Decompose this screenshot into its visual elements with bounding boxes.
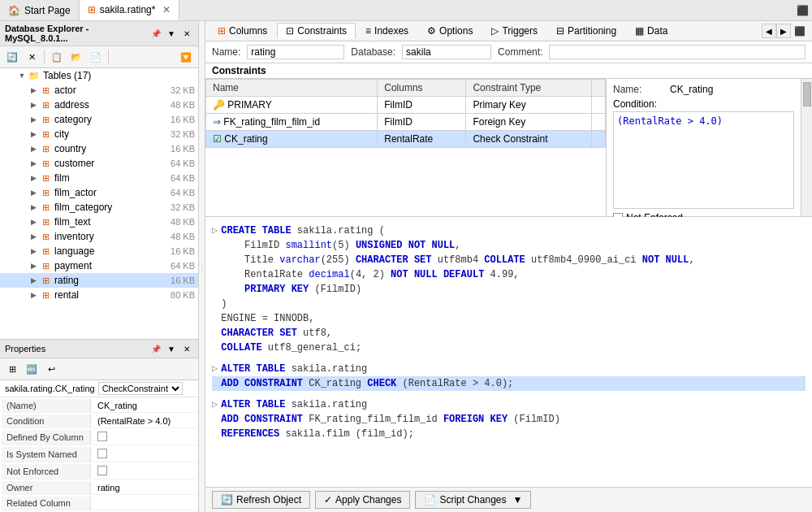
tab-start-page[interactable]: 🏠 Start Page <box>0 0 80 20</box>
close-panel-icon[interactable]: ✕ <box>180 27 193 40</box>
tree-item-rental[interactable]: ▶ ⊞ rental 80 KB <box>0 288 198 302</box>
database-input[interactable] <box>402 45 491 59</box>
tab-data[interactable]: ▦ Data <box>626 23 676 39</box>
tree-item-inventory[interactable]: ▶ ⊞ inventory 48 KB <box>0 229 198 244</box>
nav-right-icon[interactable]: ▶ <box>776 24 791 38</box>
constraint-row-primary[interactable]: 🔑 PRIMARY FilmID Primary Key <box>206 97 606 114</box>
sql-block-alter-ck: ▷ ALTER TABLE sakila.rating ▷ ADD CONSTR… <box>212 362 806 391</box>
sql-area: ▷ CREATE TABLE sakila.rating ( ▷ FilmID … <box>205 217 812 487</box>
tree-item-payment[interactable]: ▶ ⊞ payment 64 KB <box>0 258 198 273</box>
tree-item-film[interactable]: ▶ ⊞ film 64 KB <box>0 171 198 185</box>
detail-name-row: Name: CK_rating <box>613 84 794 95</box>
partitioning-tab-icon: ⊟ <box>556 25 564 37</box>
prop-row-defined-by-column: Defined By Column <box>2 430 197 445</box>
name-bar: Name: Database: Comment: <box>205 41 812 63</box>
tab-bar: 🏠 Start Page ⊞ sakila.rating* ✕ ⬛ <box>0 0 812 21</box>
script-changes-button[interactable]: 📄 Script Changes ▼ <box>415 491 531 509</box>
sql-line: ▷ ) <box>212 297 806 311</box>
props-close-icon[interactable]: ✕ <box>180 342 193 355</box>
tree-item-language[interactable]: ▶ ⊞ language 16 KB <box>0 244 198 258</box>
sql-line: ▷ Title varchar(255) CHARACTER SET utf8m… <box>212 253 806 267</box>
tree-item-city[interactable]: ▶ ⊞ city 32 KB <box>0 127 198 141</box>
constraints-table: Name Columns Constraint Type 🔑 PRIMARY <box>205 79 606 148</box>
system-named-checkbox[interactable] <box>97 449 107 458</box>
prop-row-system-named: Is System Named <box>2 447 197 462</box>
refresh-object-button[interactable]: 🔄 Refresh Object <box>212 491 310 509</box>
tab-constraints[interactable]: ⊡ Constraints <box>277 23 356 39</box>
tab-columns[interactable]: ⊞ Columns <box>209 23 276 39</box>
maximize-icon[interactable]: ⬛ <box>797 5 809 16</box>
prop-sort-icon[interactable]: 🔤 <box>23 360 41 378</box>
constraints-scrollbar[interactable] <box>801 79 812 216</box>
database-label: Database: <box>351 46 395 58</box>
pin-icon[interactable]: 📌 <box>149 27 162 40</box>
script-btn[interactable]: 📄 <box>87 48 105 66</box>
filter-btn[interactable]: 🔽 <box>177 48 195 66</box>
props-menu-icon[interactable]: ▼ <box>165 342 178 355</box>
prop-row-owner: Owner rating <box>2 481 197 495</box>
tab-rating[interactable]: ⊞ sakila.rating* ✕ <box>80 0 180 20</box>
tree-item-country[interactable]: ▶ ⊞ country 16 KB <box>0 141 198 156</box>
sql-line: ▷ CREATE TABLE sakila.rating ( <box>212 223 806 238</box>
defined-by-column-checkbox[interactable] <box>97 432 107 441</box>
name-label: Name: <box>212 46 240 58</box>
tree-item-rating[interactable]: ▶ ⊞ rating 16 KB <box>0 273 198 288</box>
indexes-tab-icon: ≡ <box>365 25 371 37</box>
properties-title: Properties <box>5 344 45 354</box>
sql-line: ▷ ALTER TABLE sakila.rating <box>212 397 806 412</box>
open-btn[interactable]: 📂 <box>67 48 85 66</box>
properties-btn[interactable]: 📋 <box>48 48 66 66</box>
close-icon[interactable]: ✕ <box>162 4 171 15</box>
tree-item-category[interactable]: ▶ ⊞ category 16 KB <box>0 112 198 127</box>
not-enforced-checkbox[interactable] <box>97 466 107 475</box>
apply-changes-button[interactable]: ✓ Apply Changes <box>315 491 410 509</box>
properties-toolbar: ⊞ 🔤 ↩ <box>0 358 198 380</box>
constraints-section-label: Constraints <box>205 63 812 79</box>
sql-block-create: ▷ CREATE TABLE sakila.rating ( ▷ FilmID … <box>212 223 806 355</box>
table-icon: ⊞ <box>88 4 96 15</box>
prop-row-condition: Condition (RentalRate > 4.0) <box>2 414 197 428</box>
panel-divider[interactable]: ⋮ <box>199 21 205 512</box>
constraints-area: Name Columns Constraint Type 🔑 PRIMARY <box>205 79 812 217</box>
tree-item-film-text[interactable]: ▶ ⊞ film_text 48 KB <box>0 215 198 229</box>
triggers-tab-icon: ▷ <box>491 25 499 37</box>
window-controls: ⬛ <box>793 5 812 16</box>
tab-indexes[interactable]: ≡ Indexes <box>356 23 417 39</box>
object-tabs-toolbar: ⊞ Columns ⊡ Constraints ≡ Indexes ⚙ Opti… <box>205 21 812 41</box>
tree-tables-group[interactable]: ▼ 📁 Tables (17) <box>0 68 198 83</box>
prop-help-icon[interactable]: ↩ <box>42 360 60 378</box>
detail-condition-label: Condition: <box>613 98 794 110</box>
col-header-columns: Columns <box>378 80 466 97</box>
start-page-icon: 🏠 <box>8 5 20 16</box>
constraints-table-wrap: Name Columns Constraint Type 🔑 PRIMARY <box>205 79 606 216</box>
col-header-name: Name <box>206 80 378 97</box>
tree-item-film-category[interactable]: ▶ ⊞ film_category 32 KB <box>0 200 198 215</box>
prop-grid-icon[interactable]: ⊞ <box>3 360 21 378</box>
menu-icon[interactable]: ▼ <box>165 27 178 40</box>
disconnect-btn[interactable]: ✕ <box>23 48 41 66</box>
refresh-btn[interactable]: 🔄 <box>3 48 21 66</box>
col-extend <box>592 80 606 97</box>
script-dropdown-icon[interactable]: ▼ <box>512 494 522 505</box>
properties-type-select[interactable]: CheckConstraint <box>98 382 183 395</box>
tab-triggers[interactable]: ▷ Triggers <box>482 23 546 39</box>
constraint-row-check[interactable]: ☑ CK_rating RentalRate Check Constraint <box>206 131 606 148</box>
db-explorer-title: Database Explorer - MySQL_8.0.1... <box>5 24 149 43</box>
nav-left-icon[interactable]: ◀ <box>762 24 776 38</box>
tree-item-customer[interactable]: ▶ ⊞ customer 64 KB <box>0 156 198 171</box>
comment-label: Comment: <box>498 46 542 58</box>
sql-line: ▷ COLLATE utf8_general_ci; <box>212 341 806 355</box>
comment-input[interactable] <box>549 45 806 59</box>
props-pin-icon[interactable]: 📌 <box>149 342 162 355</box>
tab-options[interactable]: ⚙ Options <box>418 23 482 39</box>
tree-item-actor[interactable]: ▶ ⊞ actor 32 KB <box>0 83 198 98</box>
block-marker-2: ▷ <box>212 362 218 376</box>
name-input[interactable] <box>247 45 344 59</box>
constraint-row-fk[interactable]: ⇒ FK_rating_film_film_id FilmID Foreign … <box>206 114 606 131</box>
tree-item-address[interactable]: ▶ ⊞ address 48 KB <box>0 98 198 112</box>
sql-line-highlight: ▷ ADD CONSTRAINT CK_rating CHECK (Rental… <box>212 376 806 391</box>
tab-partitioning[interactable]: ⊟ Partitioning <box>547 23 625 39</box>
db-explorer-header: Database Explorer - MySQL_8.0.1... 📌 ▼ ✕ <box>0 21 198 46</box>
tree-item-film-actor[interactable]: ▶ ⊞ film_actor 64 KB <box>0 185 198 200</box>
expand-icon[interactable]: ⬛ <box>791 26 809 37</box>
